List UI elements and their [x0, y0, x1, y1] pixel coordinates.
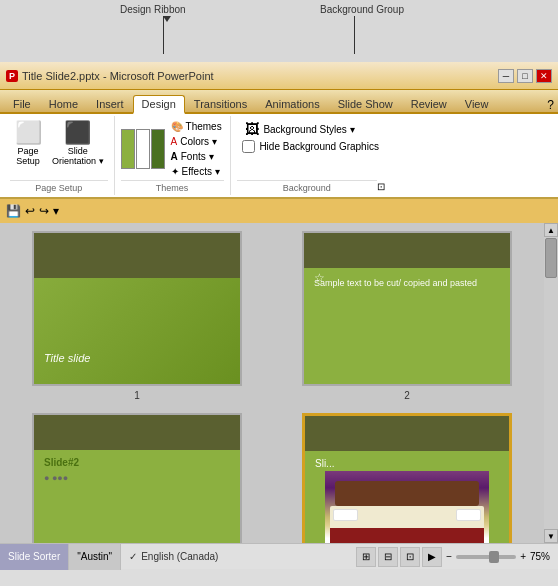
slide1-title: Title slide [44, 352, 90, 364]
slide4-image [325, 471, 489, 543]
slide-orientation-button[interactable]: ⬛ SlideOrientation ▾ [48, 120, 108, 168]
close-button[interactable]: ✕ [536, 69, 552, 83]
background-styles-label: Background Styles ▾ [263, 124, 354, 135]
tab-view[interactable]: View [456, 95, 498, 112]
language-label: English (Canada) [141, 551, 218, 562]
scrollbar: ▲ ▼ [544, 223, 558, 543]
minimize-button[interactable]: ─ [498, 69, 514, 83]
zoom-in-button[interactable]: + [520, 551, 526, 562]
arrowhead-design [163, 16, 171, 22]
slide-thumb-2[interactable]: ☆ Sample text to be cut/ copied and past… [302, 231, 512, 386]
zoom-bar: − + 75% [446, 551, 550, 562]
slide-orientation-icon: ⬛ [64, 122, 91, 144]
redo-icon[interactable]: ↪ [39, 204, 49, 218]
arrow-bg [354, 16, 355, 54]
themes-icon: 🎨 [171, 121, 183, 132]
tab-transitions[interactable]: Transitions [185, 95, 256, 112]
normal-view-button[interactable]: ⊞ [356, 547, 376, 567]
themes-preview-boxes[interactable] [121, 129, 165, 169]
title-text: Title Slide2.pptx - Microsoft PowerPoint [22, 70, 214, 82]
ribbon-group-background: 🖼 Background Styles ▾ Hide Background Gr… [231, 116, 391, 195]
page-setup-icon: ⬜ [15, 122, 42, 144]
tab-insert[interactable]: Insert [87, 95, 133, 112]
slide-container-4: Sli... [278, 413, 536, 543]
ribbon-tabs: File Home Insert Design Transitions Anim… [0, 90, 558, 114]
help-icon[interactable]: ? [547, 98, 554, 112]
tab-design[interactable]: Design [133, 95, 185, 114]
austin-theme-button[interactable]: "Austin" [69, 544, 121, 570]
background-expand-icon[interactable]: ⊡ [377, 181, 385, 192]
sorter-view-button[interactable]: ⊟ [378, 547, 398, 567]
page-setup-group-label: Page Setup [10, 180, 108, 193]
zoom-slider[interactable] [456, 555, 516, 559]
hide-background-row: Hide Background Graphics [242, 140, 379, 153]
slide-num-1: 1 [134, 390, 140, 401]
slide-sorter-area: Title slide 1 ☆ Sample text to be cut/ c… [0, 223, 558, 543]
restore-button[interactable]: □ [517, 69, 533, 83]
status-left: Slide Sorter "Austin" ✓ English (Canada) [0, 544, 226, 570]
tab-slideshow[interactable]: Slide Show [329, 95, 402, 112]
themes-group-label: Themes [121, 180, 224, 193]
undo-icon[interactable]: ↩ [25, 204, 35, 218]
fonts-button[interactable]: A Fonts ▾ [169, 150, 224, 163]
slide-orientation-label: SlideOrientation ▾ [52, 146, 104, 166]
reading-view-button[interactable]: ⊡ [400, 547, 420, 567]
themes-button[interactable]: 🎨 Themes [169, 120, 224, 133]
scrollbar-up-button[interactable]: ▲ [544, 223, 558, 237]
tab-home[interactable]: Home [40, 95, 87, 112]
scrollbar-track [544, 237, 558, 529]
background-styles-button[interactable]: 🖼 Background Styles ▾ [242, 120, 357, 138]
pp-icon: P [6, 70, 18, 82]
slide-thumb-1[interactable]: Title slide [32, 231, 242, 386]
slide-sorter-view-button[interactable]: Slide Sorter [0, 544, 69, 570]
slide-sorter: Title slide 1 ☆ Sample text to be cut/ c… [0, 223, 544, 543]
slide3-title: Slide#2 [44, 457, 79, 468]
annotation-background-group: Background Group [320, 4, 404, 15]
tab-animations[interactable]: Animations [256, 95, 328, 112]
quick-access-toolbar: 💾 ↩ ↪ ▾ [0, 199, 558, 223]
slide-thumb-3[interactable]: Slide#2 ● ●●● [32, 413, 242, 543]
zoom-slider-thumb[interactable] [489, 551, 499, 563]
ribbon: ⬜ PageSetup ⬛ SlideOrientation ▾ Page Se… [0, 114, 558, 199]
effects-button[interactable]: ✦ Effects ▾ [169, 165, 224, 178]
view-icons: ⊞ ⊟ ⊡ ▶ [356, 547, 442, 567]
status-right: ⊞ ⊟ ⊡ ▶ − + 75% [356, 547, 558, 567]
annotation-design-ribbon: Design Ribbon [120, 4, 186, 15]
background-styles-icon: 🖼 [245, 121, 259, 137]
hide-background-checkbox[interactable] [242, 140, 255, 153]
slide-container-3: Slide#2 ● ●●● 3 [8, 413, 266, 543]
scrollbar-thumb[interactable] [545, 238, 557, 278]
status-bar: Slide Sorter "Austin" ✓ English (Canada)… [0, 543, 558, 569]
slide-num-2: 2 [404, 390, 410, 401]
language-indicator: ✓ English (Canada) [121, 551, 226, 562]
scrollbar-down-button[interactable]: ▼ [544, 529, 558, 543]
slide4-title: Sli... [315, 458, 334, 469]
fonts-label: Fonts ▾ [181, 151, 214, 162]
slide-thumb-4[interactable]: Sli... [302, 413, 512, 543]
page-setup-button[interactable]: ⬜ PageSetup [10, 120, 46, 168]
slideshow-view-button[interactable]: ▶ [422, 547, 442, 567]
slide3-bullets: ● ●●● [44, 473, 68, 483]
spell-check-icon[interactable]: ✓ [129, 551, 137, 562]
colors-button[interactable]: A Colors ▾ [169, 135, 224, 148]
slide-container-1: Title slide 1 [8, 231, 266, 401]
tab-file[interactable]: File [4, 95, 40, 112]
zoom-level: 75% [530, 551, 550, 562]
hide-background-label: Hide Background Graphics [259, 141, 379, 152]
zoom-out-button[interactable]: − [446, 551, 452, 562]
slide-container-2: ☆ Sample text to be cut/ copied and past… [278, 231, 536, 401]
background-group-label: Background [237, 180, 377, 193]
tab-review[interactable]: Review [402, 95, 456, 112]
save-icon[interactable]: 💾 [6, 204, 21, 218]
colors-label: Colors ▾ [180, 136, 217, 147]
page-setup-label: PageSetup [16, 146, 40, 166]
ribbon-group-themes: 🎨 Themes A Colors ▾ A Fonts ▾ ✦ Effects … [115, 116, 231, 195]
themes-label: Themes [186, 121, 222, 132]
title-bar: P Title Slide2.pptx - Microsoft PowerPoi… [0, 62, 558, 90]
ribbon-group-page-setup: ⬜ PageSetup ⬛ SlideOrientation ▾ Page Se… [4, 116, 115, 195]
quick-access-arrow[interactable]: ▾ [53, 204, 59, 218]
slide-sorter-main: Title slide 1 ☆ Sample text to be cut/ c… [0, 223, 544, 543]
slide2-text: Sample text to be cut/ copied and pasted [314, 278, 477, 288]
effects-label: Effects ▾ [182, 166, 220, 177]
